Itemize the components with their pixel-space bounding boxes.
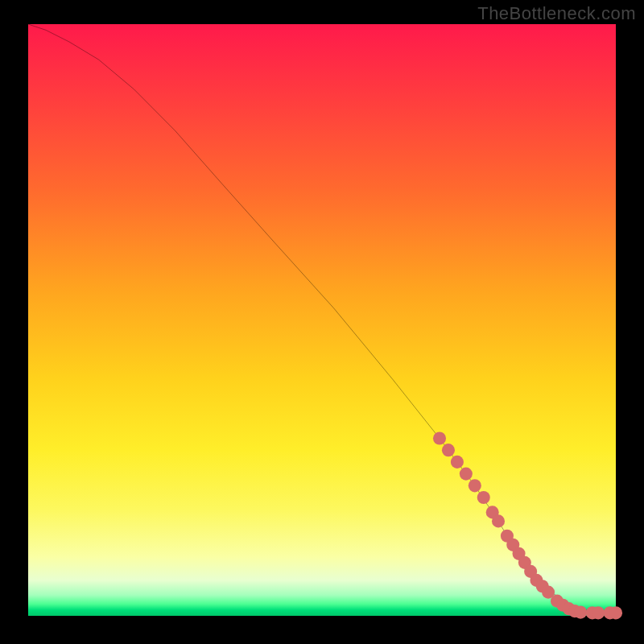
bottleneck-curve-path — [28, 24, 616, 613]
curve-marker — [477, 491, 490, 504]
curve-marker — [592, 606, 605, 619]
curve-marker — [442, 444, 455, 456]
plot-area — [28, 24, 616, 616]
curve-marker — [609, 606, 622, 619]
curve-marker — [492, 514, 505, 527]
curve-marker — [451, 456, 464, 469]
curve-marker — [469, 479, 481, 492]
curve-marker — [433, 431, 446, 444]
curve-markers — [433, 431, 622, 619]
curve-marker — [460, 468, 473, 481]
curve-marker — [574, 606, 587, 619]
curve-svg — [28, 24, 616, 616]
watermark-text: TheBottleneck.com — [477, 3, 636, 24]
chart-frame: TheBottleneck.com — [0, 0, 644, 644]
